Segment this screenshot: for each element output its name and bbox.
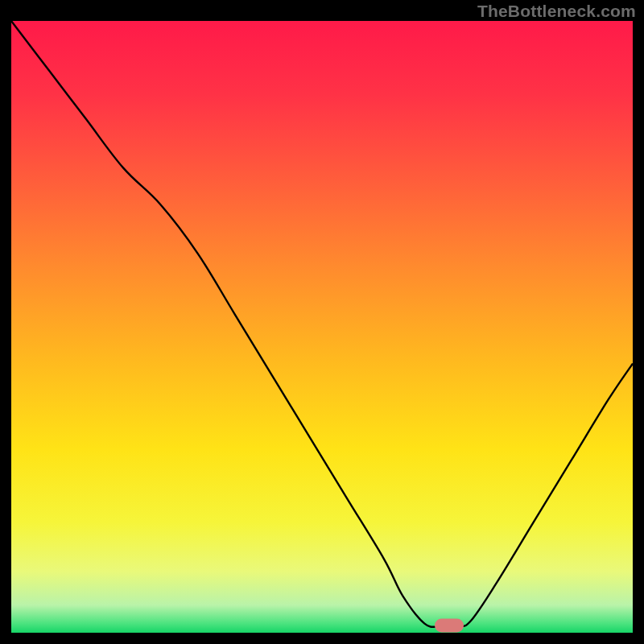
watermark-text: TheBottleneck.com [477, 2, 636, 21]
optimal-marker [435, 618, 464, 632]
bottleneck-curve [11, 21, 633, 633]
chart-frame [11, 21, 633, 633]
